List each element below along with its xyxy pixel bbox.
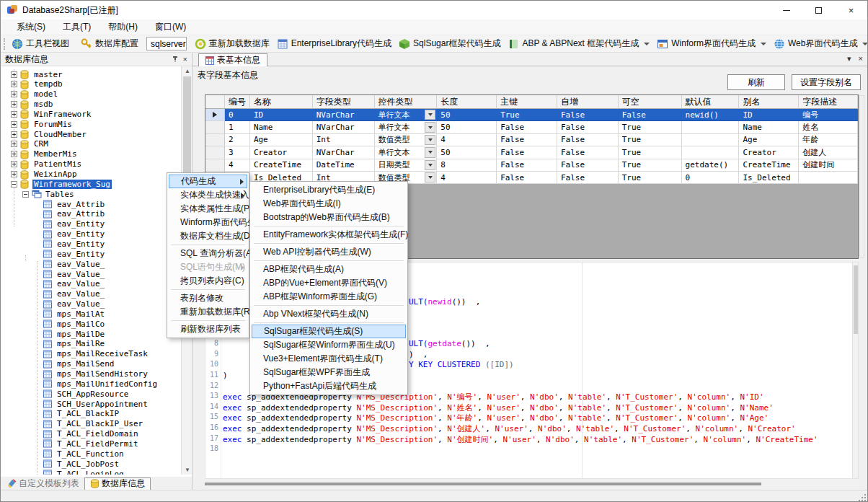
- grid-cell[interactable]: 单行文本: [375, 146, 438, 159]
- grid-cell[interactable]: False: [557, 134, 619, 146]
- grid-header-别名[interactable]: 别名: [739, 95, 799, 109]
- tree-item-T_ACL_JobPost[interactable]: T_ACL_JobPost: [34, 459, 120, 469]
- toolbar-sqlsugar-button[interactable]: SqlSugar框架代码生成: [395, 36, 504, 51]
- submenu-item-5[interactable]: EntityFramework实体框架代码生成(F): [252, 228, 406, 242]
- cell-dropdown-icon[interactable]: [425, 147, 435, 157]
- grid-row-selector[interactable]: [205, 121, 225, 133]
- toolbar-view-button[interactable]: 工具栏视图: [8, 36, 73, 51]
- tree-item-WinFramework[interactable]: WinFramework: [11, 109, 92, 119]
- grid-cell[interactable]: False: [557, 146, 619, 159]
- grid-cell[interactable]: False: [557, 109, 619, 121]
- context-menu-item-3[interactable]: 实体类属性生成(P): [169, 202, 247, 216]
- grid-cell[interactable]: ID: [250, 109, 313, 121]
- minimize-button[interactable]: [770, 1, 802, 19]
- expand-icon[interactable]: [11, 141, 17, 147]
- toolbar-reload-button[interactable]: 重新加载数据库: [191, 36, 273, 51]
- grid-cell[interactable]: False: [497, 146, 557, 159]
- tab-close-icon[interactable]: ×: [859, 54, 863, 63]
- grid-header-默认值[interactable]: 默认值: [682, 95, 740, 109]
- code-scrollbar[interactable]: [852, 263, 858, 478]
- toolbar-winform-button[interactable]: Winform界面代码生成: [653, 36, 770, 51]
- grid-cell[interactable]: False: [619, 109, 682, 121]
- tree-item-Tables[interactable]: Tables: [22, 189, 76, 199]
- code-hscrollbar[interactable]: [205, 480, 859, 488]
- grid-cell[interactable]: Is_Deleted: [739, 172, 799, 184]
- grid-cell[interactable]: 姓名: [799, 121, 858, 133]
- grid-cell[interactable]: False: [557, 159, 619, 172]
- grid-cell[interactable]: 数值类型: [375, 134, 438, 146]
- tree-item-mps_MailUnifiedConfig[interactable]: mps_MailUnifiedConfig: [34, 379, 159, 389]
- tree-item-mps_MailSend[interactable]: mps_MailSend: [34, 359, 115, 369]
- tree-item-WeixinApp[interactable]: WeixinApp: [11, 169, 79, 180]
- expand-icon[interactable]: [11, 71, 17, 78]
- grid-cell[interactable]: 8: [437, 159, 497, 172]
- cell-dropdown-icon[interactable]: [425, 160, 435, 170]
- grid-cell[interactable]: [682, 146, 740, 159]
- grid-cell[interactable]: 2: [225, 134, 250, 146]
- submenu-item-13[interactable]: Abp VNext框架代码生成(N): [252, 307, 406, 321]
- grid-cell[interactable]: 4: [225, 159, 250, 172]
- grid-cell[interactable]: Creator: [250, 146, 313, 159]
- tree-item-eav_Entity[interactable]: eav_Entity: [34, 249, 106, 259]
- grid-cell[interactable]: True: [619, 172, 682, 184]
- submenu-item-9[interactable]: ABP框架代码生成(A): [252, 263, 406, 276]
- pin-icon[interactable]: [172, 56, 179, 63]
- submenu-item-19[interactable]: Python+FastApi后端代码生成: [252, 379, 406, 393]
- grid-cell[interactable]: 50: [437, 121, 497, 133]
- dropdown-arrow-icon[interactable]: [862, 43, 868, 45]
- bottom-tab-active[interactable]: 数据库信息: [84, 477, 151, 490]
- grid-cell[interactable]: True: [497, 109, 557, 121]
- grid-row-selector[interactable]: [205, 109, 225, 121]
- grid-header-编号[interactable]: 编号: [225, 95, 250, 109]
- tree-item-CRM[interactable]: CRM: [11, 139, 50, 149]
- tree-item-eav_Entity[interactable]: eav_Entity: [34, 229, 106, 239]
- tree-item-SCH_UserAppointment[interactable]: SCH_UserAppointment: [34, 399, 149, 409]
- submenu-item-3[interactable]: Bootstrap的Web界面代码生成(B): [252, 211, 406, 224]
- scroll-down-icon[interactable]: ▼: [185, 467, 190, 473]
- expand-icon[interactable]: [11, 111, 17, 118]
- grid-header-长度[interactable]: 长度: [437, 95, 497, 109]
- tree-item-mps_MailDe[interactable]: mps_MailDe: [34, 329, 106, 339]
- grid-cell[interactable]: Name: [739, 121, 799, 133]
- grid-cell[interactable]: False: [557, 172, 619, 184]
- grid-cell[interactable]: False: [497, 159, 557, 172]
- grid-cell[interactable]: True: [619, 159, 682, 172]
- tree-item-T_ACL_LoginLog[interactable]: T_ACL_LoginLog: [34, 469, 125, 475]
- cell-dropdown-icon[interactable]: [425, 110, 435, 120]
- submenu-item-2[interactable]: Web界面代码生成(I): [252, 197, 406, 211]
- grid-cell[interactable]: 创建人: [799, 146, 858, 159]
- tree-item-T_ACL_BlackIP_User[interactable]: T_ACL_BlackIP_User: [34, 419, 144, 429]
- grid-header-主键[interactable]: 主键: [497, 95, 557, 109]
- cell-dropdown-icon[interactable]: [425, 172, 435, 182]
- grid-cell[interactable]: True: [619, 121, 682, 133]
- tree-item-T_ACL_BlackIP[interactable]: T_ACL_BlackIP: [34, 409, 120, 419]
- cell-dropdown-icon[interactable]: [425, 122, 435, 132]
- bottom-tab-inactive[interactable]: 自定义模板列表: [2, 477, 84, 490]
- expand-icon[interactable]: [11, 91, 17, 97]
- submenu-item-7[interactable]: Web API控制器代码生成(W): [252, 245, 406, 259]
- grid-cell[interactable]: [682, 134, 740, 146]
- grid-cell[interactable]: Age: [250, 134, 313, 146]
- grid-row-selector[interactable]: [205, 134, 225, 146]
- toolbar-dbconfig-button[interactable]: 数据库配置: [77, 36, 142, 51]
- expand-icon[interactable]: [11, 121, 17, 128]
- grid-cell[interactable]: NVarChar: [313, 146, 375, 159]
- context-menu-item-1[interactable]: 代码生成: [169, 175, 247, 188]
- tree-item-eav_Attrib[interactable]: eav_Attrib: [34, 199, 106, 209]
- grid-cell[interactable]: False: [497, 121, 557, 133]
- toolbar-web-button[interactable]: Web界面代码生成: [770, 36, 868, 51]
- tree-item-eav_Value_[interactable]: eav_Value_: [34, 279, 106, 289]
- submenu-item-16[interactable]: SqlSugar框架Winform界面生成(U): [252, 338, 406, 352]
- grid-cell[interactable]: Int: [313, 134, 375, 146]
- grid-cell[interactable]: False: [497, 172, 557, 184]
- grid-cell[interactable]: 日期类型: [375, 159, 438, 172]
- grid-cell[interactable]: 编号: [799, 109, 858, 121]
- grid-cell[interactable]: [799, 172, 858, 184]
- grid-row-1[interactable]: 1NameNVarChar单行文本50FalseFalseTrueName姓名: [205, 121, 858, 133]
- grid-row-3[interactable]: 3CreatorNVarChar单行文本50FalseFalseTrueCrea…: [205, 146, 858, 159]
- grid-header-字段描述[interactable]: 字段描述: [799, 95, 858, 109]
- context-menu-item-9[interactable]: 拷贝列表内容(C): [169, 274, 247, 288]
- dropdown-arrow-icon[interactable]: [761, 43, 766, 45]
- context-menu-item-5[interactable]: 数据库文档生成(D): [169, 229, 247, 243]
- tree-item-mps_MailCo[interactable]: mps_MailCo: [34, 319, 106, 329]
